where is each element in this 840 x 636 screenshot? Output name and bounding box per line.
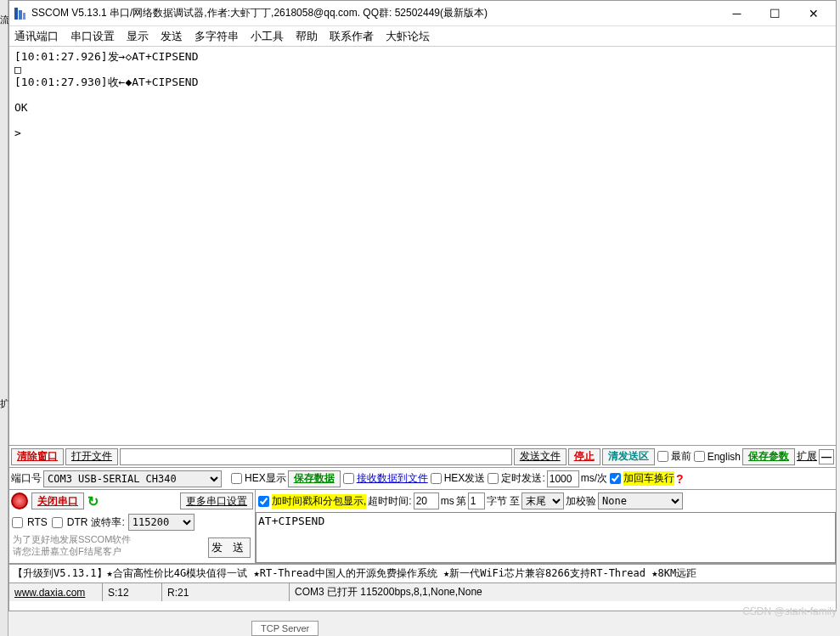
ad-bar[interactable]: 【升级到V5.13.1】★合宙高性价比4G模块值得一试 ★RT-Thread中国… bbox=[9, 564, 836, 583]
clear-window-button[interactable]: 清除窗口 bbox=[11, 448, 64, 465]
tip-line2: 请您注册嘉立创F结尾客户 bbox=[13, 545, 201, 557]
status-sent: S:12 bbox=[103, 583, 162, 601]
svg-rect-1 bbox=[19, 10, 22, 20]
timed-send-checkbox[interactable] bbox=[488, 473, 499, 484]
toolbar-row2: 端口号 COM3 USB-SERIAL CH340 HEX显示 保存数据 接收数… bbox=[9, 468, 836, 490]
status-port: COM3 已打开 115200bps,8,1,None,None bbox=[290, 583, 836, 601]
help-icon[interactable]: ? bbox=[676, 472, 684, 486]
hex-send-label: HEX发送 bbox=[444, 471, 486, 486]
timed-send-label: 定时发送: bbox=[501, 471, 544, 486]
recv-to-file-label[interactable]: 接收数据到文件 bbox=[357, 471, 428, 486]
checksum-select[interactable]: None bbox=[598, 492, 683, 509]
end-select[interactable]: 末尾 bbox=[521, 492, 564, 509]
main-window: SSCOM V5.13.1 串口/网络数据调试器,作者:大虾丁丁,2618058… bbox=[8, 0, 837, 611]
stop-button[interactable]: 停止 bbox=[568, 448, 600, 465]
checksum-label: 加校验 bbox=[566, 494, 596, 509]
toolbar-row1: 清除窗口 打开文件 发送文件 停止 清发送区 最前 English 保存参数 扩… bbox=[9, 446, 836, 468]
hex-display-checkbox[interactable] bbox=[231, 473, 242, 484]
send-textarea[interactable] bbox=[256, 512, 836, 563]
maximize-button[interactable]: ☐ bbox=[756, 2, 794, 25]
expand-button[interactable]: 扩展 bbox=[797, 449, 817, 464]
rts-label: RTS bbox=[27, 516, 48, 528]
hex-display-label: HEX显示 bbox=[245, 471, 286, 486]
app-icon bbox=[13, 7, 26, 20]
hex-send-checkbox[interactable] bbox=[431, 473, 442, 484]
timeout-label: 超时时间: bbox=[368, 494, 411, 509]
menu-contact[interactable]: 联系作者 bbox=[330, 29, 374, 44]
more-settings-button[interactable]: 更多串口设置 bbox=[180, 492, 253, 509]
english-checkbox[interactable] bbox=[694, 451, 705, 462]
dtr-label: DTR bbox=[67, 516, 88, 528]
svg-rect-0 bbox=[14, 8, 18, 20]
tcp-server-tab[interactable]: TCP Server bbox=[251, 621, 319, 636]
title-bar[interactable]: SSCOM V5.13.1 串口/网络数据调试器,作者:大虾丁丁,2618058… bbox=[9, 1, 836, 26]
record-icon[interactable] bbox=[11, 492, 28, 509]
tips-area: 为了更好地发展SSCOM软件 请您注册嘉立创F结尾客户 bbox=[9, 532, 205, 564]
menu-tools[interactable]: 小工具 bbox=[251, 29, 284, 44]
menu-help[interactable]: 帮助 bbox=[296, 29, 318, 44]
toolbar-row4: 为了更好地发展SSCOM软件 请您注册嘉立创F结尾客户 发 送 bbox=[9, 532, 256, 564]
window-title: SSCOM V5.13.1 串口/网络数据调试器,作者:大虾丁丁,2618058… bbox=[31, 6, 718, 20]
minimize-button[interactable]: ─ bbox=[718, 2, 756, 25]
rts-checkbox[interactable] bbox=[12, 517, 23, 528]
byte-pre-label: 第 bbox=[456, 494, 466, 509]
menu-serial-settings[interactable]: 串口设置 bbox=[70, 29, 115, 44]
timestamp-checkbox[interactable] bbox=[258, 496, 269, 507]
topmost-label: 最前 bbox=[671, 449, 691, 464]
menu-port[interactable]: 通讯端口 bbox=[14, 29, 59, 44]
menu-bar: 通讯端口 串口设置 显示 发送 多字符串 小工具 帮助 联系作者 大虾论坛 bbox=[9, 26, 836, 47]
english-label: English bbox=[708, 451, 741, 463]
baud-label: 波特率: bbox=[91, 515, 124, 530]
log-area[interactable]: [10:01:27.926]发→◇AT+CIPSEND □ [10:01:27.… bbox=[9, 47, 836, 446]
menu-multistring[interactable]: 多字符串 bbox=[194, 29, 239, 44]
file-path-input[interactable] bbox=[120, 448, 512, 465]
tip-line1: 为了更好地发展SSCOM软件 bbox=[13, 533, 201, 545]
timeout-unit: ms bbox=[441, 495, 454, 507]
status-recv: R:21 bbox=[162, 583, 290, 601]
status-bar: www.daxia.com S:12 R:21 COM3 已打开 115200b… bbox=[9, 583, 836, 601]
timeout-input[interactable] bbox=[414, 492, 439, 509]
byte-post-label: 字节 至 bbox=[487, 494, 520, 509]
save-params-button[interactable]: 保存参数 bbox=[742, 448, 795, 465]
port-select[interactable]: COM3 USB-SERIAL CH340 bbox=[43, 470, 222, 487]
menu-send[interactable]: 发送 bbox=[161, 29, 183, 44]
recv-to-file-checkbox[interactable] bbox=[343, 473, 354, 484]
menu-display[interactable]: 显示 bbox=[127, 29, 149, 44]
refresh-icon[interactable]: ↻ bbox=[87, 493, 99, 509]
svg-rect-2 bbox=[23, 13, 25, 20]
add-crlf-checkbox[interactable] bbox=[610, 473, 621, 484]
timestamp-label: 加时间戳和分包显示, bbox=[272, 494, 366, 509]
close-port-button[interactable]: 关闭串口 bbox=[31, 492, 84, 509]
save-data-button[interactable]: 保存数据 bbox=[288, 470, 341, 487]
add-crlf-label: 加回车换行 bbox=[623, 471, 674, 486]
open-file-button[interactable]: 打开文件 bbox=[65, 448, 118, 465]
collapse-button[interactable]: — bbox=[819, 449, 834, 464]
status-site[interactable]: www.daxia.com bbox=[9, 583, 103, 601]
send-file-button[interactable]: 发送文件 bbox=[514, 448, 567, 465]
byte-input[interactable] bbox=[468, 492, 485, 509]
timed-value-input[interactable] bbox=[547, 470, 579, 487]
clear-send-button[interactable]: 清发送区 bbox=[602, 448, 655, 465]
watermark: CSDN @stark-family bbox=[742, 605, 837, 617]
dtr-checkbox[interactable] bbox=[52, 517, 63, 528]
timed-unit-label: ms/次 bbox=[581, 471, 607, 486]
menu-forum[interactable]: 大虾论坛 bbox=[386, 29, 430, 44]
port-label: 端口号 bbox=[11, 471, 42, 486]
send-button[interactable]: 发 送 bbox=[208, 538, 251, 558]
topmost-checkbox[interactable] bbox=[657, 451, 668, 462]
close-button[interactable]: ✕ bbox=[794, 2, 832, 25]
baud-select[interactable]: 115200 bbox=[128, 514, 194, 531]
